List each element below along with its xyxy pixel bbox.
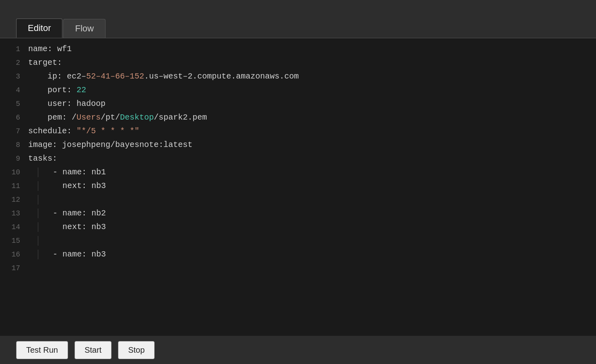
line-content-16: - name: nb3	[28, 248, 596, 261]
code-line-4: 4 port: 22	[0, 83, 596, 97]
line-content-17	[28, 261, 596, 275]
line-number-13: 13	[0, 207, 28, 220]
code-line-3: 3 ip: ec2–52–41–66–152.us–west–2.compute…	[0, 70, 596, 83]
start-button[interactable]: Start	[74, 341, 112, 359]
line-number-4: 4	[0, 84, 28, 97]
tab-editor[interactable]: Editor	[16, 19, 62, 38]
code-line-17: 17	[0, 261, 596, 275]
code-line-9: 9 tasks:	[0, 152, 596, 165]
line-number-10: 10	[0, 166, 28, 179]
line-content-12	[28, 193, 596, 207]
code-container[interactable]: 1 name: wf1 2 target: 3 ip: ec2–52–41–66…	[0, 42, 596, 332]
line-number-12: 12	[0, 194, 28, 206]
line-number-6: 6	[0, 112, 28, 124]
line-number-1: 1	[0, 43, 28, 56]
code-line-10: 10 - name: nb1	[0, 165, 596, 179]
line-number-8: 8	[0, 139, 28, 151]
line-number-17: 17	[0, 262, 28, 275]
code-line-5: 5 user: hadoop	[0, 97, 596, 111]
line-number-15: 15	[0, 235, 28, 247]
line-content-7: schedule: "*/5 * * * *"	[28, 124, 596, 138]
code-line-12: 12	[0, 193, 596, 207]
code-line-15: 15	[0, 234, 596, 248]
code-line-6: 6 pem: /Users/pt/Desktop/spark2.pem	[0, 111, 596, 124]
line-number-11: 11	[0, 180, 28, 192]
line-content-8: image: josephpeng/bayesnote:latest	[28, 138, 596, 152]
code-line-7: 7 schedule: "*/5 * * * *"	[0, 124, 596, 138]
test-run-button[interactable]: Test Run	[16, 341, 68, 359]
line-content-3: ip: ec2–52–41–66–152.us–west–2.compute.a…	[28, 70, 596, 83]
line-content-4: port: 22	[28, 83, 596, 97]
tab-flow[interactable]: Flow	[63, 19, 105, 38]
bottom-bar: Test Run Start Stop	[0, 336, 596, 364]
line-number-5: 5	[0, 98, 28, 110]
code-line-2: 2 target:	[0, 56, 596, 70]
editor-area: 1 name: wf1 2 target: 3 ip: ec2–52–41–66…	[0, 38, 596, 336]
code-line-11: 11 next: nb3	[0, 179, 596, 193]
code-line-8: 8 image: josephpeng/bayesnote:latest	[0, 138, 596, 152]
line-content-2: target:	[28, 56, 596, 70]
app-container: Editor Flow 1 name: wf1 2 target: 3 ip: …	[0, 0, 596, 364]
line-number-2: 2	[0, 57, 28, 69]
line-number-7: 7	[0, 125, 28, 138]
line-number-9: 9	[0, 153, 28, 165]
line-number-3: 3	[0, 70, 28, 83]
line-content-10: - name: nb1	[28, 165, 596, 179]
line-content-13: - name: nb2	[28, 207, 596, 220]
line-content-15	[28, 234, 596, 248]
line-content-5: user: hadoop	[28, 97, 596, 111]
code-line-16: 16 - name: nb3	[0, 248, 596, 261]
line-content-11: next: nb3	[28, 179, 596, 193]
line-content-14: next: nb3	[28, 220, 596, 234]
line-number-16: 16	[0, 248, 28, 261]
line-content-9: tasks:	[28, 152, 596, 165]
code-line-14: 14 next: nb3	[0, 220, 596, 234]
tab-bar: Editor Flow	[0, 0, 596, 38]
code-line-13: 13 - name: nb2	[0, 207, 596, 220]
line-content-1: name: wf1	[28, 42, 596, 56]
code-line-1: 1 name: wf1	[0, 42, 596, 56]
stop-button[interactable]: Stop	[118, 341, 155, 359]
line-number-14: 14	[0, 221, 28, 234]
line-content-6: pem: /Users/pt/Desktop/spark2.pem	[28, 111, 596, 124]
